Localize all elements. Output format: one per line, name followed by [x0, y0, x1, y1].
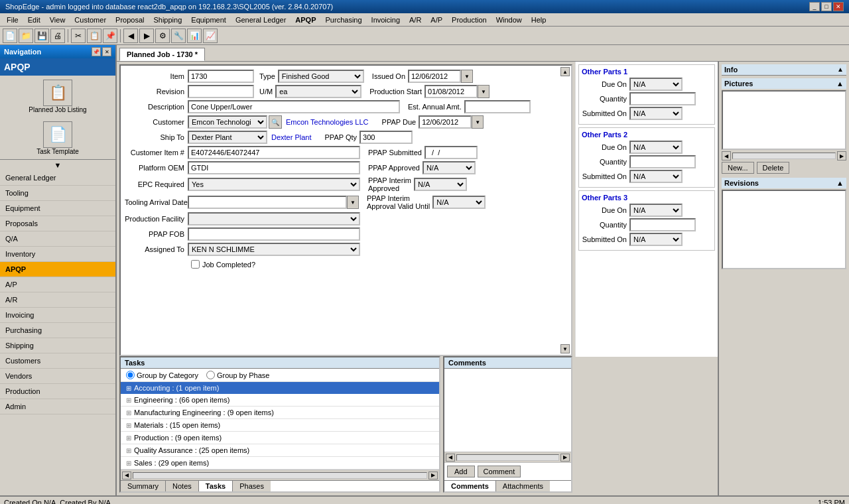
ppap-qty-input[interactable]	[359, 131, 413, 144]
sidebar-item-shipping[interactable]: Shipping	[0, 338, 115, 353]
form-scroll-up[interactable]: ▲	[560, 67, 570, 76]
menu-view[interactable]: View	[46, 15, 70, 25]
other-parts-1-due-select[interactable]: N/A	[629, 78, 683, 91]
ship-to-link[interactable]: Dexter Plant	[271, 133, 312, 141]
revisions-section-header[interactable]: Revisions ▲	[722, 178, 846, 188]
tab-comments[interactable]: Comments	[444, 481, 496, 491]
toolbar-btn2[interactable]: ▶	[139, 29, 154, 43]
group-by-phase-option[interactable]: Group by Phase	[206, 371, 270, 379]
new-picture-button[interactable]: New...	[722, 162, 754, 174]
ppap-interim-approved-select[interactable]: N/A	[414, 178, 467, 191]
form-scroll-down[interactable]: ▼	[560, 344, 570, 353]
other-parts-2-due-select[interactable]: N/A	[629, 141, 683, 154]
menu-window[interactable]: Window	[492, 15, 526, 25]
main-tab-planned-job[interactable]: Planned Job - 1730 *	[119, 48, 205, 61]
menu-file[interactable]: File	[3, 15, 23, 25]
menu-proposal[interactable]: Proposal	[111, 15, 148, 25]
tasks-scroll-left[interactable]: ◀	[122, 472, 131, 479]
customer-select[interactable]: Emcon Technologi	[188, 115, 267, 129]
toolbar-btn1[interactable]: ◀	[123, 29, 138, 43]
other-parts-2-qty-input[interactable]	[629, 155, 696, 168]
other-parts-1-submitted-select[interactable]: N/A	[629, 107, 683, 120]
comments-scroll-right[interactable]: ▶	[560, 454, 570, 462]
toolbar-btn6[interactable]: 📈	[203, 29, 218, 43]
ship-to-select[interactable]: Dexter Plant	[188, 131, 267, 144]
description-input[interactable]	[188, 100, 400, 113]
menu-ar[interactable]: A/R	[405, 15, 425, 25]
menu-customer[interactable]: Customer	[70, 15, 110, 25]
sidebar-item-ap[interactable]: A/P	[0, 277, 115, 292]
tab-tasks[interactable]: Tasks	[199, 481, 233, 491]
menu-invoicing[interactable]: Invoicing	[367, 15, 404, 25]
ppap-fob-input[interactable]	[188, 227, 360, 241]
pictures-section-header[interactable]: Pictures ▲	[722, 78, 846, 89]
job-completed-checkbox[interactable]	[191, 260, 200, 269]
sidebar-item-purchasing[interactable]: Purchasing	[0, 323, 115, 338]
sidebar-item-equipment[interactable]: Equipment	[0, 201, 115, 216]
ppap-due-dropdown[interactable]: ▼	[472, 115, 484, 129]
toolbar-open[interactable]: 📁	[19, 29, 33, 43]
menu-edit[interactable]: Edit	[24, 15, 44, 25]
ppap-approved-select[interactable]: N/A	[423, 161, 476, 174]
est-annual-input[interactable]	[464, 100, 531, 113]
task-item-quality[interactable]: ⊞ Quality Assurance : (25 open items)	[121, 444, 439, 457]
delete-picture-button[interactable]: Delete	[757, 162, 790, 174]
toolbar-btn4[interactable]: 🔧	[171, 29, 186, 43]
task-item-materials[interactable]: ⊞ Materials : (15 open items)	[121, 419, 439, 432]
sidebar-item-customers[interactable]: Customers	[0, 353, 115, 369]
sidebar-item-proposals[interactable]: Proposals	[0, 216, 115, 231]
add-comment-button[interactable]: Add	[447, 466, 475, 477]
sidebar-item-tooling[interactable]: Tooling	[0, 186, 115, 201]
ppap-due-input[interactable]	[419, 115, 472, 129]
ppap-interim-valid-select[interactable]: N/A	[432, 196, 486, 209]
sidebar-item-production[interactable]: Production	[0, 384, 115, 399]
tooling-arrival-dropdown[interactable]: ▼	[347, 196, 359, 209]
group-by-category-option[interactable]: Group by Category	[126, 371, 198, 379]
sidebar-pin[interactable]: 📌	[92, 47, 101, 56]
info-collapse[interactable]: ▲	[837, 66, 844, 74]
comments-hscroll[interactable]: ◀ ▶	[444, 452, 571, 462]
toolbar-btn5[interactable]: 📊	[187, 29, 202, 43]
sidebar-item-invoicing[interactable]: Invoicing	[0, 308, 115, 323]
tab-phases[interactable]: Phases	[233, 481, 271, 491]
tab-summary[interactable]: Summary	[121, 481, 166, 491]
tasks-scroll-right[interactable]: ▶	[428, 472, 438, 479]
sidebar-item-general-ledger[interactable]: General Ledger	[0, 170, 115, 186]
tab-notes[interactable]: Notes	[166, 481, 199, 491]
close-button[interactable]: ✕	[833, 2, 844, 11]
customer-link[interactable]: Emcon Technologies LLC	[286, 118, 369, 126]
production-facility-select[interactable]	[188, 212, 360, 225]
toolbar-new[interactable]: 📄	[3, 29, 17, 43]
comment-button[interactable]: Comment	[478, 466, 521, 477]
sidebar-close[interactable]: ✕	[102, 47, 111, 56]
comments-scroll-left[interactable]: ◀	[446, 454, 455, 462]
issued-on-input[interactable]	[408, 70, 461, 83]
sidebar-item-planned-job[interactable]: 📋 Planned Job Listing	[0, 76, 115, 117]
sidebar-item-inventory[interactable]: Inventory	[0, 247, 115, 262]
production-start-dropdown[interactable]: ▼	[478, 85, 490, 98]
sidebar-item-apqp[interactable]: APQP	[0, 262, 115, 277]
group-by-category-radio[interactable]	[126, 371, 135, 379]
menu-help[interactable]: Help	[527, 15, 551, 25]
toolbar-paste[interactable]: 📌	[103, 29, 117, 43]
um-select[interactable]: ea	[275, 85, 361, 98]
sidebar-item-vendors[interactable]: Vendors	[0, 369, 115, 384]
sidebar-scroll-down[interactable]: ▼	[0, 159, 115, 170]
type-select[interactable]: Finished Good	[278, 70, 364, 83]
task-item-engineering[interactable]: ⊞ Engineering : (66 open items)	[121, 394, 439, 407]
revision-input[interactable]	[188, 85, 254, 98]
toolbar-save[interactable]: 💾	[34, 29, 49, 43]
menu-shipping[interactable]: Shipping	[149, 15, 186, 25]
assigned-to-select[interactable]: KEN N SCHLIMME	[188, 243, 360, 256]
tooling-arrival-input[interactable]	[188, 196, 347, 209]
other-parts-3-qty-input[interactable]	[629, 218, 696, 231]
other-parts-1-qty-input[interactable]	[629, 92, 696, 105]
group-by-phase-radio[interactable]	[206, 371, 215, 379]
menu-general-ledger[interactable]: General Ledger	[231, 15, 290, 25]
maximize-button[interactable]: □	[821, 2, 832, 11]
pic-scroll-right[interactable]: ▶	[837, 151, 846, 160]
customer-search[interactable]: 🔍	[269, 115, 282, 129]
issued-on-dropdown[interactable]: ▼	[461, 70, 473, 83]
menu-equipment[interactable]: Equipment	[187, 15, 230, 25]
toolbar-btn3[interactable]: ⚙	[155, 29, 170, 43]
